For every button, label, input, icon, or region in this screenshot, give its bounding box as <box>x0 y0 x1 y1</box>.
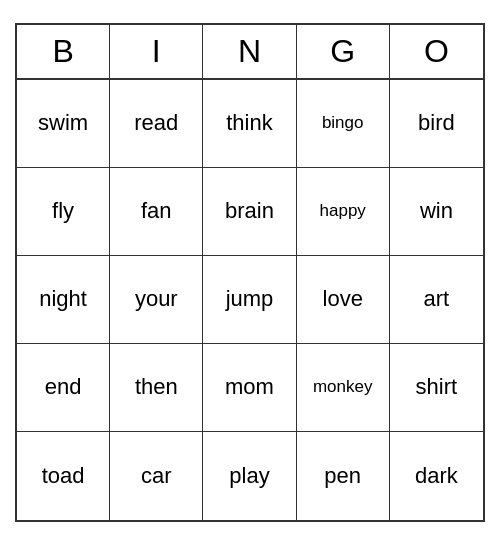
cell-r5c2: car <box>110 432 203 520</box>
bingo-grid: swim read think bingo bird fly fan brain… <box>17 80 483 520</box>
cell-r2c1: fly <box>17 168 110 256</box>
cell-r2c2: fan <box>110 168 203 256</box>
header-g: G <box>297 25 390 78</box>
cell-r2c4: happy <box>297 168 390 256</box>
header-n: N <box>203 25 296 78</box>
cell-r1c5: bird <box>390 80 483 168</box>
header-i: I <box>110 25 203 78</box>
cell-r1c1: swim <box>17 80 110 168</box>
cell-r3c1: night <box>17 256 110 344</box>
cell-r3c4: love <box>297 256 390 344</box>
header-b: B <box>17 25 110 78</box>
cell-r5c5: dark <box>390 432 483 520</box>
cell-r4c4: monkey <box>297 344 390 432</box>
cell-r4c1: end <box>17 344 110 432</box>
bingo-header: B I N G O <box>17 25 483 80</box>
cell-r1c4: bingo <box>297 80 390 168</box>
cell-r5c3: play <box>203 432 296 520</box>
cell-r5c4: pen <box>297 432 390 520</box>
header-o: O <box>390 25 483 78</box>
cell-r4c2: then <box>110 344 203 432</box>
cell-r4c3: mom <box>203 344 296 432</box>
cell-r4c5: shirt <box>390 344 483 432</box>
cell-r3c2: your <box>110 256 203 344</box>
cell-r3c5: art <box>390 256 483 344</box>
bingo-card: B I N G O swim read think bingo bird fly… <box>15 23 485 522</box>
cell-r5c1: toad <box>17 432 110 520</box>
cell-r1c3: think <box>203 80 296 168</box>
cell-r1c2: read <box>110 80 203 168</box>
cell-r2c5: win <box>390 168 483 256</box>
cell-r3c3: jump <box>203 256 296 344</box>
cell-r2c3: brain <box>203 168 296 256</box>
